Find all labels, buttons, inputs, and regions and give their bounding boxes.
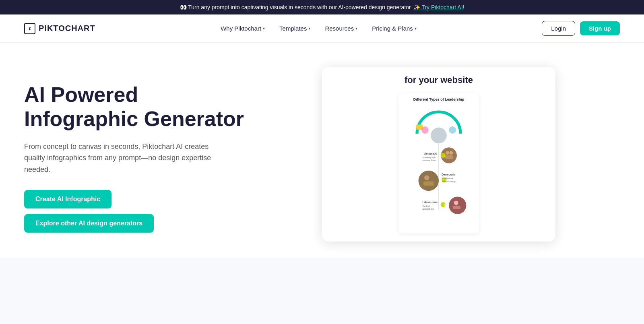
chevron-down-icon: ▾ xyxy=(415,26,417,31)
svg-text:Laissez-faire: Laissez-faire xyxy=(423,201,438,204)
create-ai-infographic-button[interactable]: Create AI Infographic xyxy=(24,190,111,208)
hero-section: AI Powered Infographic Generator From co… xyxy=(0,43,644,258)
svg-text:Collaborative: Collaborative xyxy=(442,177,453,180)
chevron-down-icon: ▾ xyxy=(308,26,310,31)
signup-button[interactable]: Sign up xyxy=(580,21,620,35)
logo[interactable]: 𝔯 PIKTOCHART xyxy=(24,23,95,34)
svg-rect-24 xyxy=(453,206,460,209)
svg-text:approach used: approach used xyxy=(423,208,435,210)
svg-text:Leadership style...: Leadership style... xyxy=(423,157,438,159)
middle-area xyxy=(0,258,644,324)
svg-point-15 xyxy=(424,175,429,181)
preview-card: for your website Different Types of Lead… xyxy=(322,67,555,241)
svg-text:1: 1 xyxy=(444,155,446,157)
infographic-mock: Different Types of Leadership xyxy=(322,89,555,241)
logo-text: PIKTOCHART xyxy=(39,24,95,33)
svg-point-23 xyxy=(454,201,458,205)
nav-item-why-piktochart[interactable]: Why Piktochart ▾ xyxy=(215,22,270,35)
nav-item-resources[interactable]: Resources ▾ xyxy=(319,22,363,35)
svg-text:3: 3 xyxy=(444,204,446,206)
nav-label-pricing: Pricing & Plans xyxy=(372,25,413,32)
login-button[interactable]: Login xyxy=(542,21,575,36)
hero-buttons: Create AI Infographic Explore other AI d… xyxy=(24,190,258,233)
navbar: 𝔯 PIKTOCHART Why Piktochart ▾ Templates … xyxy=(0,14,644,43)
nav-item-templates[interactable]: Templates ▾ xyxy=(274,22,316,35)
top-banner: 👀 Turn any prompt into captivating visua… xyxy=(0,0,644,14)
svg-rect-8 xyxy=(445,155,453,159)
svg-point-1 xyxy=(431,128,447,144)
infographic-svg: 1 Autocratic Leadership style... command… xyxy=(402,105,475,229)
chevron-down-icon: ▾ xyxy=(263,26,265,31)
infographic-title: Different Types of Leadership xyxy=(402,97,475,101)
banner-text: 👀 Turn any prompt into captivating visua… xyxy=(180,4,411,10)
hero-right: for your website Different Types of Lead… xyxy=(258,67,620,241)
explore-generators-button[interactable]: Explore other AI design generators xyxy=(24,214,154,233)
infographic-inner: Different Types of Leadership xyxy=(398,93,479,233)
svg-text:decision-making: decision-making xyxy=(442,181,456,183)
nav-label-why: Why Piktochart xyxy=(221,25,261,32)
svg-point-3 xyxy=(449,126,456,134)
nav-label-resources: Resources xyxy=(325,25,354,32)
svg-text:command driven: command driven xyxy=(423,159,436,161)
svg-point-7 xyxy=(449,151,453,155)
svg-point-22 xyxy=(449,197,466,214)
logo-icon: 𝔯 xyxy=(24,23,35,34)
chevron-down-icon: ▾ xyxy=(355,26,357,31)
svg-rect-16 xyxy=(423,182,433,186)
svg-point-6 xyxy=(446,151,449,155)
preview-label: for your website xyxy=(322,67,555,89)
svg-text:Democratic: Democratic xyxy=(442,173,456,176)
hero-left: AI Powered Infographic Generator From co… xyxy=(24,67,258,233)
hero-subtitle: From concept to canvas in seconds, Pikto… xyxy=(24,141,225,175)
nav-links: Why Piktochart ▾ Templates ▾ Resources ▾… xyxy=(215,22,422,35)
svg-text:Hands-off: Hands-off xyxy=(423,205,431,207)
svg-text:Autocratic: Autocratic xyxy=(424,152,437,155)
svg-point-14 xyxy=(419,171,439,191)
nav-actions: Login Sign up xyxy=(542,21,620,36)
svg-point-2 xyxy=(421,126,429,134)
banner-cta-link[interactable]: ✨ Try Piktochart AI! xyxy=(413,4,464,10)
nav-item-pricing[interactable]: Pricing & Plans ▾ xyxy=(366,22,422,35)
nav-label-templates: Templates xyxy=(279,25,307,32)
hero-title: AI Powered Infographic Generator xyxy=(24,83,258,131)
